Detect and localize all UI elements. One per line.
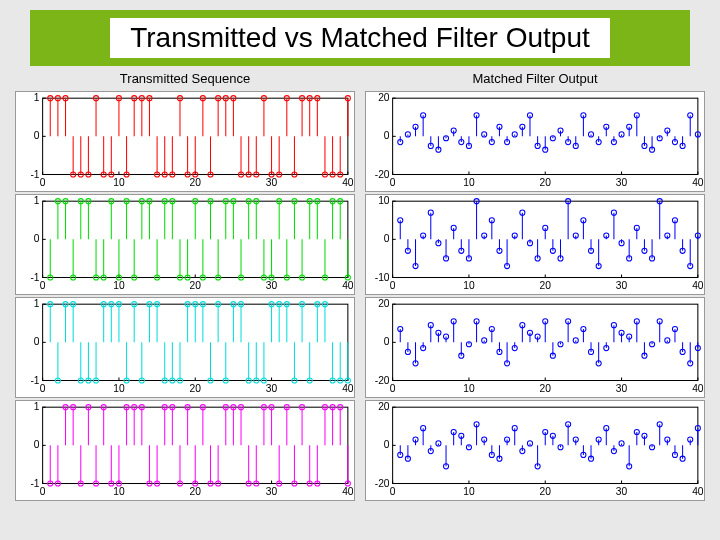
svg-text:0: 0: [390, 383, 396, 394]
svg-text:0: 0: [34, 439, 40, 450]
svg-text:0: 0: [384, 336, 390, 347]
svg-text:30: 30: [616, 486, 628, 497]
svg-text:0: 0: [390, 177, 396, 188]
svg-text:10: 10: [463, 280, 475, 291]
svg-text:30: 30: [266, 383, 278, 394]
stem-panel: -20020010203040: [365, 91, 705, 192]
svg-text:1: 1: [34, 401, 40, 412]
svg-text:0: 0: [40, 383, 46, 394]
svg-text:0: 0: [40, 280, 46, 291]
svg-text:10: 10: [113, 177, 125, 188]
svg-text:40: 40: [692, 177, 704, 188]
svg-text:20: 20: [190, 383, 202, 394]
svg-text:30: 30: [266, 177, 278, 188]
svg-text:40: 40: [342, 486, 354, 497]
svg-text:20: 20: [190, 486, 202, 497]
svg-text:1: 1: [34, 92, 40, 103]
svg-text:10: 10: [463, 383, 475, 394]
svg-text:40: 40: [692, 280, 704, 291]
svg-text:0: 0: [390, 486, 396, 497]
svg-text:1: 1: [34, 195, 40, 206]
svg-text:0: 0: [384, 233, 390, 244]
svg-text:40: 40: [342, 280, 354, 291]
stem-panel: -101010203040: [15, 91, 355, 192]
svg-text:10: 10: [113, 486, 125, 497]
svg-text:20: 20: [378, 92, 390, 103]
svg-text:0: 0: [384, 130, 390, 141]
svg-text:20: 20: [540, 486, 552, 497]
svg-text:20: 20: [540, 280, 552, 291]
svg-text:0: 0: [40, 486, 46, 497]
svg-text:-20: -20: [375, 375, 390, 386]
stem-panel: -20020010203040: [365, 400, 705, 501]
page-title: Transmitted vs Matched Filter Output: [110, 18, 610, 58]
svg-text:30: 30: [266, 486, 278, 497]
svg-text:0: 0: [34, 233, 40, 244]
svg-text:40: 40: [342, 383, 354, 394]
svg-text:10: 10: [113, 383, 125, 394]
svg-text:-1: -1: [30, 375, 39, 386]
svg-text:30: 30: [616, 383, 628, 394]
svg-text:10: 10: [113, 280, 125, 291]
col-title-left: Transmitted Sequence: [15, 71, 355, 89]
svg-text:-10: -10: [375, 272, 390, 283]
svg-text:10: 10: [378, 195, 390, 206]
svg-text:40: 40: [342, 177, 354, 188]
page-title-bar: Transmitted vs Matched Filter Output: [30, 10, 690, 66]
svg-text:-1: -1: [30, 478, 39, 489]
svg-text:-20: -20: [375, 478, 390, 489]
svg-text:0: 0: [384, 439, 390, 450]
svg-text:20: 20: [378, 401, 390, 412]
svg-text:30: 30: [616, 177, 628, 188]
chart-grid: Transmitted Sequence Matched Filter Outp…: [0, 71, 720, 511]
stem-panel: -10010010203040: [365, 194, 705, 295]
stem-panel: -101010203040: [15, 194, 355, 295]
svg-text:0: 0: [40, 177, 46, 188]
svg-text:30: 30: [266, 280, 278, 291]
svg-text:20: 20: [190, 280, 202, 291]
svg-text:0: 0: [34, 130, 40, 141]
svg-text:-1: -1: [30, 169, 39, 180]
svg-text:-1: -1: [30, 272, 39, 283]
svg-text:10: 10: [463, 177, 475, 188]
svg-text:10: 10: [463, 486, 475, 497]
svg-text:30: 30: [616, 280, 628, 291]
svg-text:40: 40: [692, 486, 704, 497]
col-title-right: Matched Filter Output: [365, 71, 705, 89]
svg-text:20: 20: [540, 177, 552, 188]
svg-text:40: 40: [692, 383, 704, 394]
svg-text:1: 1: [34, 298, 40, 309]
svg-text:20: 20: [378, 298, 390, 309]
svg-text:20: 20: [540, 383, 552, 394]
stem-panel: -20020010203040: [365, 297, 705, 398]
svg-text:0: 0: [390, 280, 396, 291]
svg-text:0: 0: [34, 336, 40, 347]
stem-panel: -101010203040: [15, 400, 355, 501]
stem-panel: -101010203040: [15, 297, 355, 398]
svg-text:-20: -20: [375, 169, 390, 180]
svg-text:20: 20: [190, 177, 202, 188]
